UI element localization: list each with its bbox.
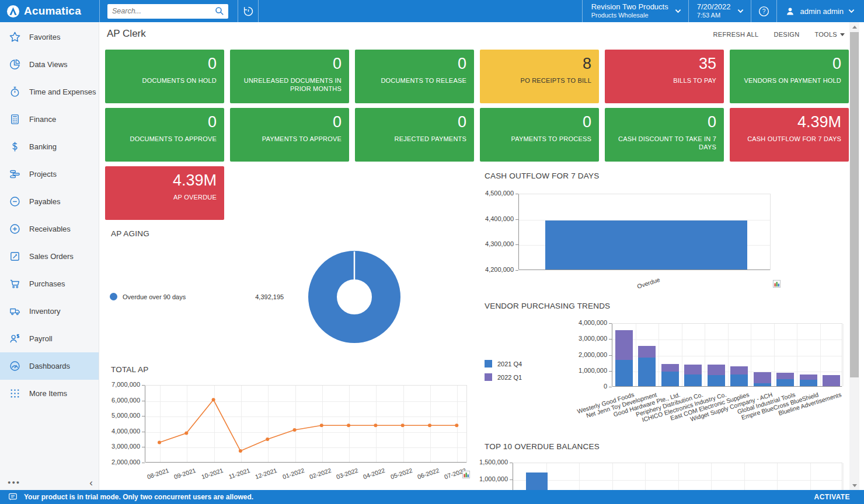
- sidebar-item-favorites[interactable]: Favorites: [0, 23, 99, 51]
- x-axis-label: 10-2021: [191, 467, 224, 483]
- sidebar-item-label: More Items: [29, 389, 67, 398]
- y-axis-tick-label: 4,000,000: [105, 428, 140, 435]
- y-axis-line: [513, 463, 513, 490]
- y-axis-tick-label: 6,000,000: [105, 397, 140, 404]
- top10-overdue-plot-area: [513, 463, 842, 490]
- vendor-bar-segment[interactable]: [638, 358, 656, 386]
- user-menu[interactable]: admin admin: [777, 0, 864, 22]
- user-name: admin admin: [800, 7, 844, 16]
- sidebar-item-data-views[interactable]: Data Views: [0, 51, 99, 78]
- gridline-v: [678, 463, 679, 490]
- vendor-bar-segment[interactable]: [776, 379, 794, 386]
- sidebar-item-payroll[interactable]: Payroll: [0, 325, 99, 352]
- vertical-scrollbar[interactable]: [849, 22, 859, 490]
- sidebar-item-inventory[interactable]: Inventory: [0, 298, 99, 325]
- gridline-v: [810, 463, 811, 490]
- sidebar-item-finance[interactable]: Finance: [0, 106, 99, 133]
- trial-banner: Your product is in trial mode. Only two …: [0, 490, 864, 504]
- y-axis-tick: [515, 194, 518, 194]
- brand-name: Acumatica: [24, 5, 81, 18]
- company-branch-selector[interactable]: Revision Two Products Products Wholesale: [583, 0, 688, 22]
- ap-aging-donut[interactable]: [308, 251, 400, 343]
- vendor-bar-segment[interactable]: [708, 375, 725, 386]
- y-axis-tick-label: 0: [572, 383, 607, 390]
- sidebar-item-sales-orders[interactable]: Sales Orders: [0, 243, 99, 270]
- cash-outflow-title: CASH OUTFLOW FOR 7 DAYS: [485, 172, 599, 180]
- scroll-down-arrow[interactable]: [849, 481, 859, 490]
- gridline-v: [636, 324, 636, 386]
- trial-message: Your product is in trial mode. Only two …: [24, 493, 253, 501]
- y-axis-tick: [609, 323, 612, 324]
- vendor-bar-segment[interactable]: [776, 373, 794, 379]
- activate-button[interactable]: ACTIVATE: [814, 493, 850, 501]
- gridline-v: [612, 463, 613, 490]
- chevron-down-icon: [737, 9, 744, 13]
- sidebar-item-banking[interactable]: Banking: [0, 133, 99, 160]
- y-axis-tick: [142, 463, 145, 463]
- sidebar-item-time-and-expenses[interactable]: Time and Expenses: [0, 78, 99, 106]
- search-icon[interactable]: [215, 6, 228, 16]
- sidebar-item-label: Projects: [29, 170, 57, 178]
- sidebar-item-projects[interactable]: Projects: [0, 160, 99, 188]
- y-axis-tick: [609, 387, 612, 387]
- vendor-trends-legend-item: 2022 Q1: [485, 373, 522, 381]
- total-ap-line-series[interactable]: [145, 385, 467, 463]
- global-search[interactable]: [107, 4, 228, 19]
- scroll-up-arrow[interactable]: [849, 22, 859, 32]
- gridline-v: [843, 324, 844, 386]
- legend-label: 2022 Q1: [497, 374, 522, 381]
- vendor-bar-segment[interactable]: [754, 383, 771, 386]
- dashboard-main: AP Clerk REFRESH ALLDESIGNTOOLS 0DOCUMEN…: [99, 22, 849, 490]
- gridline-v: [751, 324, 751, 386]
- total-ap-title: TOTAL AP: [111, 365, 148, 374]
- acumatica-logo[interactable]: Acumatica: [0, 0, 99, 22]
- sidebar-item-receivables[interactable]: Receivables: [0, 215, 99, 243]
- scrollbar-thumb[interactable]: [850, 32, 859, 377]
- vendor-bar-segment[interactable]: [800, 374, 817, 380]
- vendor-bar-segment[interactable]: [615, 330, 633, 360]
- vendor-bar-segment[interactable]: [684, 365, 702, 375]
- vendor-bar-segment[interactable]: [661, 372, 679, 386]
- ap-aging-legend-item: Overdue over 90 days4,392,195: [110, 293, 284, 300]
- vendor-bar-segment[interactable]: [730, 374, 748, 386]
- history-clock-icon: [242, 5, 255, 18]
- cash-outflow-bar[interactable]: [545, 220, 747, 270]
- vendor-bar-segment[interactable]: [708, 365, 725, 376]
- sidebar-item-purchases[interactable]: Purchases: [0, 270, 99, 298]
- sidebar-item-more-items[interactable]: More Items: [0, 380, 99, 407]
- sidebar-item-dashboards[interactable]: Dashboards: [0, 352, 99, 380]
- legend-label: Overdue over 90 days: [123, 293, 186, 300]
- header-spacer: [259, 0, 582, 22]
- vendor-bar-segment[interactable]: [823, 375, 840, 386]
- time-tracking-button[interactable]: [238, 0, 258, 22]
- top10-overdue-bar[interactable]: [526, 473, 548, 490]
- chart-type-icon[interactable]: [772, 279, 781, 288]
- x-axis-label: 12-2021: [245, 467, 278, 483]
- x-axis-line: [519, 270, 770, 270]
- legend-swatch: [485, 373, 492, 381]
- ap-aging-title: AP AGING: [111, 229, 149, 238]
- chart-type-icon[interactable]: [462, 470, 471, 479]
- collapse-sidebar-button[interactable]: ‹: [89, 477, 93, 489]
- vendor-bar-segment[interactable]: [615, 360, 633, 386]
- x-axis-label: Overdue: [625, 276, 661, 293]
- help-button[interactable]: ?: [751, 0, 776, 22]
- more-options-dots[interactable]: ●●●: [8, 480, 20, 485]
- vendor-bar-segment[interactable]: [684, 374, 702, 386]
- vendor-bar-segment[interactable]: [638, 346, 656, 358]
- business-time: 7:53 AM: [697, 12, 731, 20]
- vendor-bar-segment[interactable]: [730, 366, 748, 374]
- vendor-bar-segment[interactable]: [800, 380, 817, 386]
- y-axis-tick-label: 1,500,000: [473, 459, 508, 466]
- y-axis-tick: [609, 371, 612, 372]
- vendor-bar-segment[interactable]: [661, 364, 679, 372]
- gridline-h: [513, 480, 842, 481]
- business-date-selector[interactable]: 7/20/2022 7:53 AM: [689, 0, 751, 22]
- y-axis-line: [518, 194, 519, 270]
- vendor-bar-segment[interactable]: [754, 372, 771, 383]
- sidebar-item-label: Sales Orders: [29, 252, 74, 261]
- branch-name: Products Wholesale: [591, 12, 668, 20]
- sidebar-item-payables[interactable]: Payables: [0, 188, 99, 215]
- search-input[interactable]: [107, 7, 215, 15]
- legend-swatch: [110, 293, 117, 300]
